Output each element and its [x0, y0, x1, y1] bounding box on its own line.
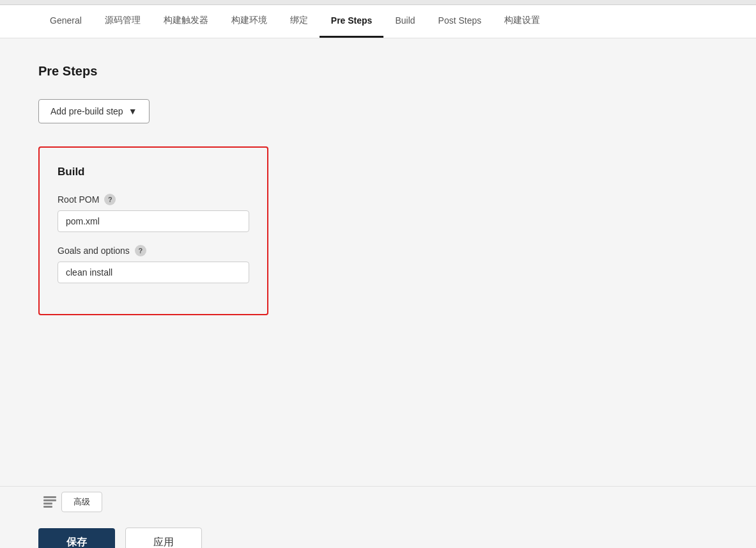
main-content: Pre Steps Add pre-build step ▼ Build Roo…: [0, 38, 756, 486]
advanced-icon-tab[interactable]: [38, 492, 61, 512]
tab-source[interactable]: 源码管理: [93, 5, 152, 38]
goals-help-icon[interactable]: ?: [135, 245, 146, 256]
tab-settings[interactable]: 构建设置: [493, 5, 552, 38]
tab-general[interactable]: General: [38, 5, 93, 38]
svg-rect-3: [43, 506, 52, 508]
goals-group: Goals and options ?: [58, 245, 249, 283]
root-pom-label: Root POM: [58, 194, 99, 205]
tab-bind[interactable]: 绑定: [279, 5, 320, 38]
svg-rect-1: [43, 499, 56, 501]
tab-env[interactable]: 构建环境: [220, 5, 279, 38]
add-pre-build-step-button[interactable]: Add pre-build step ▼: [38, 99, 150, 123]
dropdown-icon: ▼: [128, 106, 137, 116]
tab-post-steps[interactable]: Post Steps: [427, 5, 493, 38]
tabs-container: General 源码管理 构建触发器 构建环境 绑定 Pre Steps Bui…: [0, 5, 756, 38]
page-title: Pre Steps: [38, 64, 718, 79]
root-pom-input[interactable]: [58, 210, 249, 232]
goals-input[interactable]: [58, 262, 249, 283]
goals-label: Goals and options: [58, 246, 130, 256]
bottom-tabs-row: 高级: [0, 486, 756, 517]
top-bar: [0, 0, 756, 5]
build-card: Build Root POM ? Goals and options ?: [38, 146, 268, 315]
content-wrapper: Pre Steps Add pre-build step ▼ Build Roo…: [38, 64, 718, 315]
action-bar: 保存 应用: [0, 517, 756, 548]
apply-button[interactable]: 应用: [125, 528, 202, 548]
save-button[interactable]: 保存: [38, 528, 115, 548]
advanced-button[interactable]: 高级: [61, 492, 102, 512]
tab-triggers[interactable]: 构建触发器: [152, 5, 220, 38]
build-card-title: Build: [58, 166, 249, 178]
root-pom-help-icon[interactable]: ?: [104, 194, 116, 205]
tab-build[interactable]: Build: [383, 5, 426, 38]
root-pom-label-row: Root POM ?: [58, 194, 249, 205]
svg-rect-0: [43, 496, 56, 498]
add-step-label: Add pre-build step: [50, 106, 123, 116]
goals-label-row: Goals and options ?: [58, 245, 249, 256]
svg-rect-2: [43, 503, 52, 505]
tab-pre-steps[interactable]: Pre Steps: [320, 5, 384, 38]
root-pom-group: Root POM ?: [58, 194, 249, 232]
